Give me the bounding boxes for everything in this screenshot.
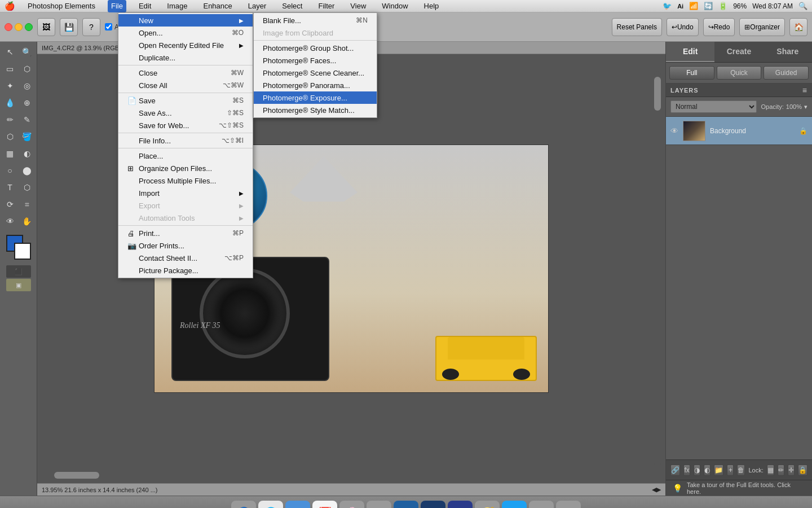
new-layer-btn[interactable]: +: [727, 465, 734, 476]
dock-chrome[interactable]: 🌐: [258, 501, 283, 509]
menu-item-save-as[interactable]: Save As... ⇧⌘S: [118, 107, 253, 119]
gradient-tool[interactable]: ▦: [2, 146, 18, 161]
redeye-tool[interactable]: 👁: [2, 213, 18, 229]
add-fill-btn[interactable]: ◐: [704, 465, 710, 476]
menu-item-photomerge-panorama[interactable]: Photomerge® Panorama...: [254, 79, 377, 91]
menu-edit[interactable]: Edit: [135, 0, 155, 12]
layer-item-background[interactable]: 👁 Background 🔒: [666, 117, 812, 145]
quick-select-tool[interactable]: ◎: [19, 78, 35, 94]
menu-item-picture-package[interactable]: Picture Package...: [118, 264, 253, 277]
menu-item-blank-file[interactable]: Blank File... ⌘N: [254, 14, 377, 27]
menu-window[interactable]: Window: [378, 0, 411, 12]
menu-item-contact-sheet[interactable]: Contact Sheet II... ⌥⌘P: [118, 252, 253, 264]
menu-item-order-prints[interactable]: 📷 Order Prints...: [118, 239, 253, 252]
dock-safari[interactable]: 🧭: [475, 501, 500, 509]
vertical-scrollbar[interactable]: [654, 71, 661, 466]
custom-shape-tool[interactable]: ⬡: [19, 179, 35, 195]
blend-mode-select[interactable]: Normal: [670, 100, 757, 113]
tab-share[interactable]: Share: [764, 42, 812, 62]
dock-finder[interactable]: 🔵: [231, 501, 256, 509]
opacity-arrow-icon[interactable]: ▾: [804, 103, 807, 111]
pencil-tool[interactable]: ✎: [19, 112, 35, 128]
dock-trash[interactable]: 🗑: [556, 501, 581, 509]
menu-item-photomerge-scene[interactable]: Photomerge® Scene Cleaner...: [254, 67, 377, 79]
tab-edit[interactable]: Edit: [666, 42, 714, 62]
menu-help[interactable]: Help: [421, 0, 443, 12]
dock-photos[interactable]: 🌸: [339, 501, 364, 509]
toolbar-btn-help[interactable]: ?: [82, 18, 100, 36]
new-group-btn[interactable]: 📁: [714, 465, 723, 476]
layer-visibility-icon[interactable]: 👁: [670, 126, 678, 135]
menu-file[interactable]: File: [108, 0, 126, 12]
dock-lightroom[interactable]: Lr: [448, 501, 473, 509]
lasso-tool[interactable]: ⬡: [19, 61, 35, 77]
menu-item-import[interactable]: Import ▶: [118, 187, 253, 199]
menu-view[interactable]: View: [347, 0, 369, 12]
menu-item-save[interactable]: 📄 Save ⌘S: [118, 94, 253, 107]
menu-item-close[interactable]: Close ⌘W: [118, 67, 253, 79]
menu-enhance[interactable]: Enhance: [200, 0, 235, 12]
lock-image-btn[interactable]: ✏: [778, 465, 784, 476]
menu-item-organize[interactable]: ⊞ Organize Open Files...: [118, 162, 253, 174]
type-tool[interactable]: T: [2, 179, 18, 195]
add-style-btn[interactable]: fx: [683, 465, 690, 476]
organizer-button[interactable]: ⊞ Organizer: [739, 18, 785, 36]
undo-button[interactable]: ↩ Undo: [667, 18, 699, 36]
dodge-tool[interactable]: ○: [2, 163, 18, 178]
canvas-nav-next[interactable]: ▶: [656, 486, 661, 493]
eyedropper-tool[interactable]: 💧: [2, 95, 18, 111]
menu-image[interactable]: Image: [164, 0, 191, 12]
menu-item-photomerge-style[interactable]: Photomerge® Style Match...: [254, 104, 377, 116]
hand-tool[interactable]: ✋: [19, 213, 35, 229]
reset-panels-button[interactable]: Reset Panels: [612, 18, 662, 36]
mode-guided[interactable]: Guided: [764, 66, 809, 80]
mode-quick[interactable]: Quick: [717, 66, 762, 80]
horizontal-scrollbar[interactable]: [54, 472, 648, 479]
blur-tool[interactable]: ◐: [19, 146, 35, 161]
menu-item-new[interactable]: New ▶: [118, 14, 253, 27]
brush-tool[interactable]: ✏: [2, 112, 18, 128]
menu-item-photomerge-group[interactable]: Photomerge® Group Shot...: [254, 42, 377, 54]
dock-settings[interactable]: ⚙: [529, 501, 554, 509]
background-color[interactable]: [14, 243, 31, 260]
transform-tool[interactable]: ⟳: [2, 196, 18, 212]
menu-filter[interactable]: Filter: [315, 0, 338, 12]
help-bar[interactable]: 💡 Take a tour of the Full Edit tools. Cl…: [666, 480, 812, 496]
eraser-tool[interactable]: ⬡: [2, 129, 18, 144]
quick-mask-tool[interactable]: ▣: [6, 279, 31, 291]
menu-item-photomerge-exposure[interactable]: Photomerge® Exposure...: [254, 91, 377, 104]
menu-layer[interactable]: Layer: [245, 0, 270, 12]
menu-select[interactable]: Select: [279, 0, 306, 12]
menu-item-open[interactable]: Open... ⌘O: [118, 27, 253, 39]
search-icon[interactable]: 🔍: [798, 2, 807, 10]
add-mask-btn[interactable]: ◑: [694, 465, 700, 476]
apple-menu[interactable]: 🍎: [5, 1, 15, 11]
dock-mail[interactable]: ✉: [285, 501, 310, 509]
toolbar-btn-save[interactable]: 💾: [60, 18, 78, 36]
mask-tool[interactable]: ⬛: [6, 265, 31, 278]
lock-all-btn[interactable]: 🔒: [798, 465, 807, 476]
layers-options-icon[interactable]: ≡: [802, 86, 807, 95]
toolbar-btn-circles[interactable]: [5, 18, 33, 36]
tab-create[interactable]: Create: [714, 42, 763, 62]
zoom-tool[interactable]: 🔍: [19, 44, 35, 60]
menu-item-file-info[interactable]: File Info... ⌥⇧⌘I: [118, 134, 253, 147]
menu-item-open-recently[interactable]: Open Recently Edited File ▶: [118, 39, 253, 51]
link-layers-btn[interactable]: 🔗: [670, 465, 680, 476]
mode-full[interactable]: Full: [669, 66, 714, 80]
crop-tool[interactable]: ⌗: [19, 196, 35, 212]
menu-item-print[interactable]: 🖨 Print... ⌘P: [118, 227, 253, 239]
paint-bucket-tool[interactable]: 🪣: [19, 129, 35, 144]
delete-layer-btn[interactable]: 🗑: [737, 465, 745, 476]
magic-select-tool[interactable]: ✦: [2, 78, 18, 94]
menu-item-close-all[interactable]: Close All ⌥⌘W: [118, 79, 253, 91]
spot-heal-tool[interactable]: ⊕: [19, 95, 35, 111]
select-tool[interactable]: ▭: [2, 61, 18, 77]
sponge-tool[interactable]: ⬤: [19, 163, 35, 178]
home-button[interactable]: 🏠: [789, 18, 807, 36]
dock-ps-elements[interactable]: Ps: [394, 501, 418, 509]
menu-item-place[interactable]: Place...: [118, 150, 253, 162]
menu-item-process[interactable]: Process Multiple Files...: [118, 174, 253, 187]
redo-button[interactable]: ↪ Redo: [703, 18, 735, 36]
move-tool[interactable]: ↖: [2, 44, 18, 60]
